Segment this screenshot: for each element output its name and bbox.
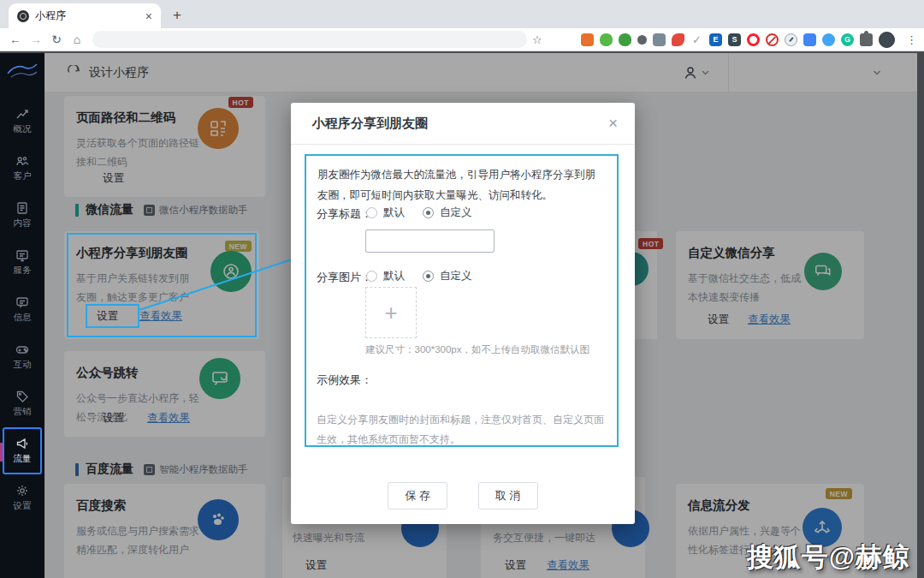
radio-custom-label: 自定义 <box>440 206 472 220</box>
sidebar-item-services[interactable]: 服务 <box>3 239 42 286</box>
radio-default-label: 默认 <box>383 206 405 220</box>
sidebar-item-traffic[interactable]: 流量 <box>3 427 42 474</box>
modal-highlight-box: 朋友圈作为微信最大的流量池，引导用户将小程序分享到朋友圈，即可短时间内获取大量曝… <box>305 154 619 447</box>
modal-actions: 保 存 取 消 <box>291 482 635 509</box>
browser-toolbar: ← → ↻ ⌂ ☆ ✓ E S G ⋮ <box>0 28 924 51</box>
address-bar[interactable] <box>92 31 527 48</box>
sidebar: 概况 客户 内容 服务 信息 互动 <box>0 53 44 578</box>
extensions-puzzle-icon[interactable] <box>860 33 873 46</box>
close-tab-icon[interactable]: × <box>145 9 152 23</box>
extension-grammarly-icon[interactable]: G <box>841 33 854 46</box>
browser-profile-avatar[interactable] <box>879 32 895 48</box>
image-upload-box[interactable]: + <box>365 287 417 338</box>
extension-translate-icon[interactable] <box>803 33 816 46</box>
extension-cat-icon[interactable] <box>822 33 835 46</box>
extension-sogou-icon[interactable]: S <box>728 33 741 46</box>
share-image-radio-group: 默认 自定义 <box>366 269 472 283</box>
radio-custom[interactable] <box>423 271 434 282</box>
extension-check-icon[interactable]: ✓ <box>690 33 703 46</box>
sidebar-item-label: 营销 <box>14 406 32 418</box>
document-icon <box>15 201 29 215</box>
address-input[interactable] <box>101 34 518 45</box>
highlight-settings-outline <box>86 304 139 328</box>
extension-speedometer-icon[interactable] <box>785 33 797 46</box>
plus-icon: + <box>384 300 397 326</box>
gear-icon <box>15 484 29 498</box>
sidebar-item-content[interactable]: 内容 <box>3 192 42 239</box>
share-to-moments-modal: 小程序分享到朋友圈 × 朋友圈作为微信最大的流量池，引导用户将小程序分享到朋友圈… <box>291 103 635 524</box>
modal-intro-text: 朋友圈作为微信最大的流量池，引导用户将小程序分享到朋友圈，即可短时间内获取大量曝… <box>306 156 617 206</box>
share-title-radio-group: 默认 自定义 <box>366 206 472 220</box>
sidebar-item-messages[interactable]: 信息 <box>3 286 42 333</box>
monitor-icon <box>15 248 29 262</box>
browser-menu-icon[interactable]: ⋮ <box>906 33 917 46</box>
chart-icon <box>15 107 29 121</box>
sidebar-item-overview[interactable]: 概况 <box>3 98 42 145</box>
sidebar-item-label: 服务 <box>14 265 32 277</box>
cancel-button[interactable]: 取 消 <box>478 482 538 509</box>
save-button[interactable]: 保 存 <box>388 482 447 509</box>
app-window: 概况 客户 内容 服务 信息 互动 <box>0 51 924 578</box>
radio-custom[interactable] <box>423 207 434 218</box>
new-tab-icon[interactable]: + <box>173 7 181 24</box>
sidebar-item-label: 信息 <box>14 312 32 324</box>
browser-tab[interactable]: 小程序 × <box>9 3 161 28</box>
forward-icon[interactable]: → <box>26 33 46 46</box>
extension-shield2-icon[interactable] <box>619 33 631 46</box>
modal-title: 小程序分享到朋友圈 <box>312 116 608 132</box>
sidebar-item-settings[interactable]: 设置 <box>3 474 42 521</box>
globe-favicon-icon <box>17 10 29 22</box>
bookmark-star-icon[interactable]: ☆ <box>532 33 542 46</box>
sidebar-item-interaction[interactable]: 互动 <box>3 333 42 380</box>
message-icon <box>15 295 29 309</box>
extension-orange-icon[interactable] <box>581 33 594 46</box>
browser-chrome: 小程序 × + ← → ↻ ⌂ ☆ ✓ E S G <box>0 0 924 51</box>
sidebar-item-customers[interactable]: 客户 <box>3 145 42 192</box>
whale-logo-icon <box>6 60 38 82</box>
radio-custom-label: 自定义 <box>440 269 472 283</box>
extension-opera-icon[interactable] <box>747 33 760 46</box>
sidebar-active-indicator <box>0 443 3 462</box>
extension-save-icon[interactable] <box>653 33 666 46</box>
share-title-input[interactable] <box>365 229 495 253</box>
megaphone-icon <box>15 437 29 450</box>
radio-default[interactable] <box>366 207 377 218</box>
tab-strip: 小程序 × + <box>0 0 924 28</box>
sidebar-item-label: 互动 <box>14 359 32 371</box>
sidebar-item-label: 客户 <box>14 170 32 182</box>
sidebar-item-label: 流量 <box>14 453 32 465</box>
extensions-row: ✓ E S G ⋮ <box>548 32 919 48</box>
extension-key-icon[interactable] <box>637 35 647 45</box>
tag-icon <box>15 390 29 403</box>
extension-eset-icon[interactable]: E <box>709 33 722 46</box>
people-icon <box>15 154 29 168</box>
gamepad-icon <box>15 343 29 356</box>
extension-blocker-icon[interactable] <box>766 33 779 46</box>
radio-default[interactable] <box>366 271 377 282</box>
home-icon[interactable]: ⌂ <box>67 33 87 46</box>
share-title-label: 分享标题： <box>317 206 372 222</box>
sidebar-item-label: 概况 <box>14 123 32 135</box>
sidebar-item-marketing[interactable]: 营销 <box>3 380 42 427</box>
modal-note: 自定义分享朋友圈时的封面和标题，注意仅对首页、自定义页面生效，其他系统页面暂不支… <box>317 410 608 450</box>
tab-title: 小程序 <box>35 9 139 23</box>
sidebar-item-label: 内容 <box>14 217 32 229</box>
close-icon[interactable]: × <box>608 114 618 133</box>
sidebar-item-label: 设置 <box>14 500 32 512</box>
extension-shield-icon[interactable] <box>600 33 613 46</box>
share-image-label: 分享图片： <box>317 270 372 285</box>
radio-default-label: 默认 <box>383 269 405 283</box>
modal-header: 小程序分享到朋友圈 × <box>291 103 635 145</box>
extension-megaphone-icon[interactable] <box>672 33 684 46</box>
back-icon[interactable]: ← <box>5 33 26 46</box>
watermark: 搜狐号@赫鲸 <box>747 539 910 575</box>
reload-icon[interactable]: ↻ <box>46 33 67 46</box>
sidebar-nav: 概况 客户 内容 服务 信息 互动 <box>0 98 44 521</box>
upload-hint: 建议尺寸：300*300px，如不上传自动取微信默认图 <box>365 343 589 356</box>
example-label: 示例效果： <box>317 372 372 388</box>
